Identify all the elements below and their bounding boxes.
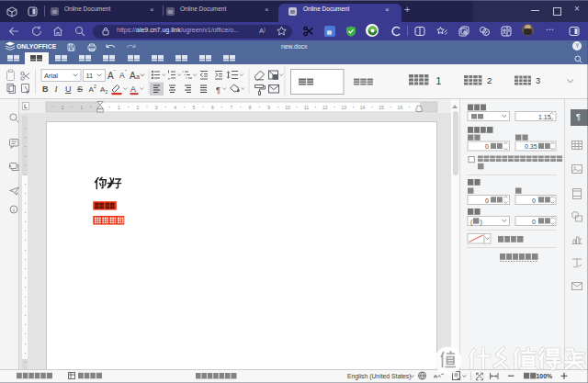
svg-text:11: 11 [304, 105, 309, 110]
svg-text:1: 1 [436, 75, 442, 86]
svg-text:a: a [136, 73, 140, 80]
svg-text:I: I [54, 84, 59, 94]
svg-text:6: 6 [211, 105, 214, 110]
svg-text:2: 2 [62, 105, 64, 110]
svg-text:2: 2 [106, 89, 108, 95]
svg-text:7: 7 [230, 105, 232, 110]
svg-text:B: B [42, 84, 49, 94]
svg-text:Arial: Arial [44, 72, 58, 80]
svg-text:0: 0 [532, 197, 536, 204]
svg-text:16: 16 [398, 105, 403, 110]
svg-text:1: 1 [118, 105, 120, 110]
svg-text:2: 2 [94, 84, 96, 89]
svg-text:¶: ¶ [216, 85, 220, 95]
svg-text:0.35: 0.35 [525, 143, 537, 150]
svg-text:A: A [107, 71, 114, 81]
svg-text:ˆ: ˆ [114, 69, 116, 74]
svg-text:ˇ: ˇ [125, 69, 127, 74]
svg-text:13: 13 [341, 105, 346, 110]
svg-text:10: 10 [285, 105, 290, 110]
svg-text:S: S [77, 84, 83, 94]
svg-text:1: 1 [80, 105, 83, 110]
svg-text:8: 8 [249, 105, 252, 110]
svg-text:5: 5 [193, 105, 196, 110]
svg-text:12: 12 [322, 105, 328, 110]
svg-text:A: A [130, 71, 136, 81]
svg-text:U: U [65, 84, 72, 94]
svg-text:): ) [481, 219, 482, 226]
svg-text:14: 14 [360, 105, 366, 110]
svg-text:3: 3 [536, 76, 540, 85]
svg-text:11: 11 [86, 72, 94, 80]
svg-text:4: 4 [174, 105, 176, 110]
svg-text:2: 2 [136, 105, 139, 110]
svg-text:2: 2 [487, 75, 492, 85]
svg-text:0: 0 [485, 197, 489, 204]
svg-text:0: 0 [532, 219, 536, 225]
svg-text:15: 15 [379, 105, 384, 110]
svg-text:A: A [130, 84, 136, 94]
svg-text:English (United States): English (United States) [347, 373, 412, 380]
svg-text:3: 3 [155, 105, 158, 110]
svg-text:0: 0 [485, 143, 489, 150]
svg-text:1.15: 1.15 [538, 114, 551, 120]
svg-text:9: 9 [267, 105, 270, 110]
